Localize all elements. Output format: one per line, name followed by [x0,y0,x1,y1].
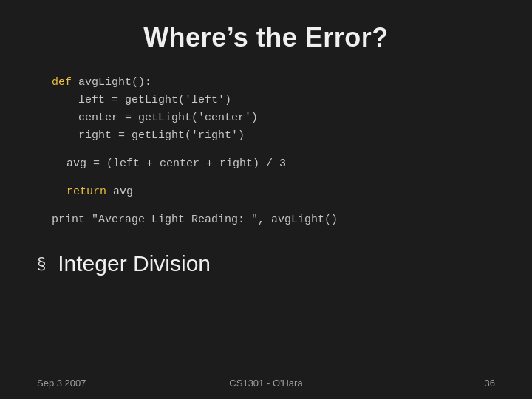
print-line: print "Average Light Reading: ", avgLigh… [52,214,338,226]
code-line-4: right = getLight('right') [52,127,495,145]
slide: Where’s the Error? def avgLight(): left … [0,0,532,399]
code-block: def avgLight(): left = getLight('left') … [52,74,495,201]
return-keyword: return [66,185,106,198]
footer-center: CS1301 - O'Hara [229,378,302,389]
bullet-section: § Integer Division [37,251,495,276]
bullet-text: Integer Division [58,251,211,276]
line4-text: right = getLight('right') [78,129,245,142]
footer-left: Sep 3 2007 [37,378,86,389]
code-line-2: left = getLight('left') [52,92,495,109]
code-print-block: print "Average Light Reading: ", avgLigh… [52,211,495,229]
slide-title: Where’s the Error? [37,22,495,53]
code-line-6: return avg [52,183,495,201]
footer-right: 36 [485,378,495,389]
return-rest: avg [113,185,133,198]
line5-text: avg = (left + center + right) / 3 [66,157,286,170]
def-keyword: def [52,76,72,89]
code-line-3: center = getLight('center') [52,109,495,127]
line3-text: center = getLight('center') [78,112,258,124]
func-name: avgLight(): [78,76,151,89]
code-line-5: avg = (left + center + right) / 3 [52,155,495,173]
code-line-1: def avgLight(): [52,74,495,92]
bullet-icon: § [37,254,46,273]
line2-text: left = getLight('left') [78,94,231,106]
